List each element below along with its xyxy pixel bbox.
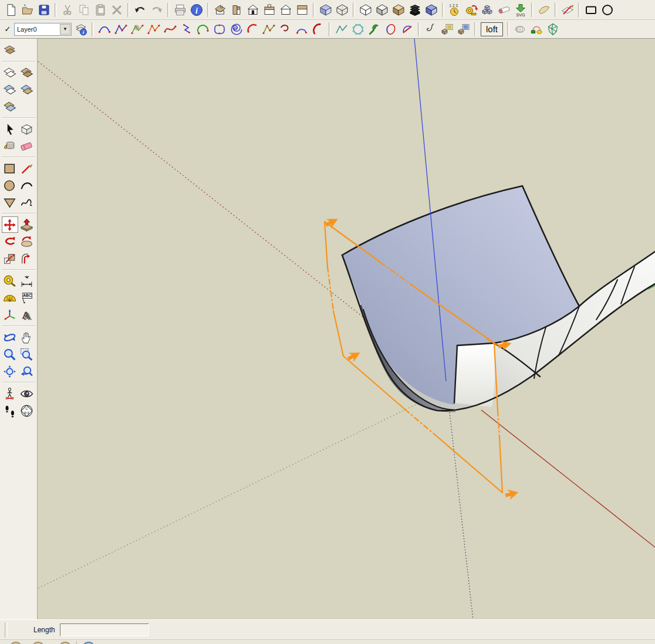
text-tool-button[interactable]: ABC [19, 290, 35, 306]
redo-button[interactable] [148, 2, 165, 18]
zoom-extents-tool-button[interactable] [2, 363, 18, 379]
save-file-button[interactable] [36, 2, 52, 18]
scale-tool-button[interactable] [2, 250, 18, 267]
position-camera-tool-button[interactable] [2, 385, 18, 402]
select-tool-button[interactable] [2, 121, 18, 137]
paste-button[interactable] [92, 2, 109, 18]
layer-visible-checkbox[interactable]: ✓ [2, 25, 13, 33]
oval-red-button[interactable] [383, 21, 399, 37]
lasso-select-button[interactable] [423, 21, 439, 37]
erase-button[interactable] [109, 2, 125, 18]
layer-manager-button[interactable]: i [73, 21, 89, 37]
sandbox-flap-button[interactable] [536, 2, 552, 18]
arc-tool-button[interactable] [19, 177, 35, 194]
cut-button[interactable] [59, 2, 76, 18]
shaded-mode-button[interactable] [374, 2, 390, 18]
detail-list-blue-button[interactable] [455, 21, 472, 37]
scenes-clock-button[interactable]: 1 2 3 [447, 2, 463, 18]
polygon-tool-button[interactable] [2, 194, 18, 211]
eraser-tool-button[interactable] [19, 138, 35, 154]
hook-dark-red-button[interactable] [277, 21, 293, 37]
spiral-blue-button[interactable] [228, 21, 244, 37]
cap-blue-button[interactable] [293, 21, 310, 37]
plane-pair-3-button[interactable] [2, 82, 18, 98]
wrench-green-button[interactable] [366, 21, 383, 37]
camera-back-button[interactable] [261, 2, 278, 18]
rect-shape-button[interactable] [583, 2, 599, 18]
plane-pair-5-button[interactable] [2, 99, 18, 115]
shell-surface-button[interactable] [512, 21, 528, 37]
print-button[interactable] [172, 2, 188, 18]
camera-front-button[interactable] [245, 2, 261, 18]
copy-button[interactable] [76, 2, 92, 18]
monochrome-mode-button[interactable] [407, 2, 423, 18]
polyhedron-green-button[interactable] [545, 21, 561, 37]
circle-tool-button[interactable] [2, 177, 18, 194]
look-around-tool-button[interactable] [19, 385, 35, 402]
detail-list-yellow-button[interactable] [439, 21, 455, 37]
zoom-tool-button[interactable] [2, 346, 18, 362]
measure-flip-button[interactable] [463, 2, 480, 18]
protractor-tool-button[interactable] [2, 290, 18, 306]
plane-pair-2-button[interactable] [19, 65, 35, 81]
rectangle-tool-button[interactable] [2, 160, 18, 177]
display-settings-button[interactable] [423, 2, 440, 18]
camera-top-button[interactable] [294, 2, 310, 18]
freehand-tool-button[interactable] [19, 194, 35, 211]
combo-dropdown-button[interactable]: ▼ [60, 24, 70, 35]
camera-right-button[interactable] [228, 2, 245, 18]
component-sheets-button[interactable] [2, 42, 18, 59]
new-file-button[interactable] [3, 2, 19, 18]
compass-tool-button[interactable]: CR-5 [19, 402, 35, 419]
followme-tool-button[interactable] [19, 233, 35, 250]
polyline-blue-button[interactable] [113, 21, 129, 37]
zigzag-blue-button[interactable] [178, 21, 195, 37]
plane-pair-1-button[interactable] [2, 65, 18, 81]
textured-mode-button[interactable] [390, 2, 407, 18]
polyline-teal-button[interactable] [333, 21, 350, 37]
text3d-tool-button[interactable]: AA [19, 307, 35, 323]
layer-combo[interactable]: Layer0 ▼ [14, 23, 72, 36]
undo-button[interactable] [132, 2, 148, 18]
walk-tool-button[interactable] [2, 402, 18, 419]
offset-tool-button[interactable] [19, 250, 35, 267]
tape-tool-button[interactable] [2, 273, 18, 289]
eraser-soft-button[interactable] [496, 2, 512, 18]
zoom-previous-tool-button[interactable] [19, 363, 35, 379]
bezier-arc-button[interactable] [96, 21, 113, 37]
component-cubes-button[interactable] [480, 2, 496, 18]
viewport[interactable] [38, 39, 655, 619]
rounded-rect-blue-button[interactable] [211, 21, 228, 37]
open-file-button[interactable] [19, 2, 36, 18]
model-info-button[interactable]: i [188, 2, 205, 18]
polygon-teal-button[interactable] [350, 21, 366, 37]
polyline-green-button[interactable] [261, 21, 277, 37]
curve-profile-button[interactable] [528, 21, 545, 37]
plane-pair-4-button[interactable] [19, 82, 35, 98]
component-tool-button[interactable] [19, 121, 35, 137]
viewport-canvas[interactable] [38, 39, 655, 619]
wedge-blue-button[interactable] [399, 21, 416, 37]
axes-tool-button[interactable] [2, 307, 18, 323]
arc-red-button[interactable] [244, 21, 261, 37]
curve-red-n-button[interactable] [162, 21, 178, 37]
hidden-line-mode-button[interactable] [357, 2, 374, 18]
wireframe-mode-button[interactable] [334, 2, 350, 18]
bezier-ghost-button[interactable] [129, 21, 146, 37]
plane-pencil-button[interactable] [559, 2, 576, 18]
loft-button[interactable]: loft [481, 22, 503, 36]
move-tool-button[interactable] [2, 216, 18, 233]
camera-iso-button[interactable] [212, 2, 228, 18]
line-tool-button[interactable] [19, 160, 35, 177]
arc-red-2-button[interactable] [310, 21, 326, 37]
svg-export-button[interactable]: SVG [512, 2, 529, 18]
xray-mode-button[interactable] [318, 2, 334, 18]
dimension-tool-button[interactable] [19, 273, 35, 289]
loft-end-face[interactable] [454, 343, 495, 407]
zoom-window-tool-button[interactable] [19, 346, 35, 362]
circle-shape-button[interactable] [599, 2, 616, 18]
pan-tool-button[interactable] [19, 329, 35, 345]
camera-left-button[interactable] [278, 2, 294, 18]
orbit-tool-button[interactable] [2, 329, 18, 345]
polyline-orange-button[interactable] [146, 21, 162, 37]
